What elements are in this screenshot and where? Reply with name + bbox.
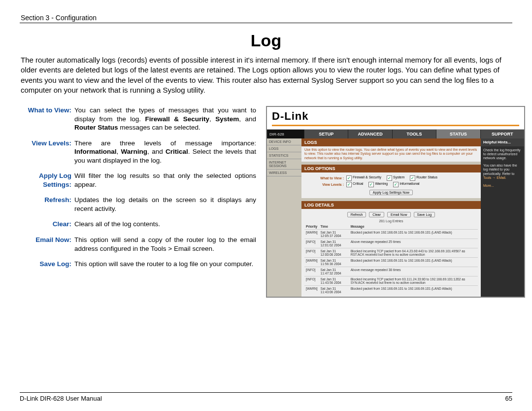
brand-logo: D-Link <box>272 110 308 122</box>
checkbox-label: Warning <box>375 182 388 187</box>
checkbox-label: Critical <box>353 182 363 187</box>
definition-list: What to View:You can select the types of… <box>20 106 256 269</box>
section-header: Section 3 - Configuration <box>21 14 512 22</box>
footer-page-number: 65 <box>505 395 512 402</box>
def-term: Clear: <box>20 220 71 229</box>
intro-paragraph: The router automatically logs (records) … <box>21 55 511 95</box>
checkbox[interactable]: ✓ <box>346 175 352 181</box>
def-desc: Updates the log details on the screen so… <box>74 196 256 213</box>
def-term: Save Log: <box>20 260 71 269</box>
sidebar-item[interactable]: LOGS <box>267 145 301 152</box>
nav-tab-advanced[interactable]: ADVANCED <box>348 130 392 138</box>
table-row: [INFO]Sat Jan 31 11:47:32 2004Above mess… <box>304 267 478 276</box>
def-desc: This option will send a copy of the rout… <box>74 236 256 253</box>
top-rule <box>20 23 512 23</box>
checkbox[interactable]: ✓ <box>410 175 415 181</box>
def-desc: Will filter the log results so that only… <box>74 171 256 189</box>
def-desc: You can select the types of messages tha… <box>74 106 256 132</box>
checkbox-label: Firewall & Security <box>353 175 381 181</box>
main-panel: LOGS Use this option to view the router … <box>301 138 481 297</box>
col-header: Message <box>349 224 478 230</box>
hints-header: Helpful Hints... <box>481 138 524 146</box>
col-header: Time <box>319 224 349 230</box>
log-options-body: What to View : ✓Firewall & Security✓Syst… <box>301 172 481 198</box>
page-footer: D-Link DIR-628 User Manual 65 <box>20 392 512 402</box>
table-row: [WARN]Sat Jan 31 11:56:36 2004Blocked pa… <box>304 258 478 267</box>
def-term: Email Now: <box>20 236 71 253</box>
save-log-button[interactable]: Save Log <box>414 212 435 217</box>
what-to-view-label: What to View : <box>304 176 344 180</box>
page-title: Log <box>20 31 512 50</box>
table-row: [WARN]Sat Jan 31 11:43:06 2004Blocked pa… <box>304 286 478 295</box>
def-desc: Clears all of the log contents. <box>74 220 256 229</box>
hints-text-2: You can also have the log mailed to you … <box>483 164 517 175</box>
def-desc: There are three levels of message import… <box>74 139 256 165</box>
checkbox[interactable]: ✓ <box>368 182 374 187</box>
def-term: What to View: <box>20 106 71 132</box>
log-table: PriorityTimeMessage [WARN]Sat Jan 31 12:… <box>304 224 478 295</box>
checkbox-label: System <box>393 175 404 181</box>
nav-row: DIR-628 SETUPADVANCEDTOOLSSTATUSSUPPORT <box>267 130 524 138</box>
table-row: [INFO]Sat Jan 31 12:00:08 2004Blocked in… <box>304 248 478 258</box>
clear-button[interactable]: Clear <box>369 212 384 217</box>
def-desc: This option will save the router to a lo… <box>74 260 256 269</box>
hints-more-link[interactable]: More... <box>483 184 522 188</box>
log-count: 281 Log Entries <box>304 219 478 223</box>
def-term: Refresh: <box>20 196 71 213</box>
checkbox-label: Informational <box>399 182 419 187</box>
logs-header: LOGS <box>301 138 481 146</box>
nav-tab-support[interactable]: SUPPORT <box>480 130 524 138</box>
hints-panel: Helpful Hints... Check the log frequentl… <box>481 138 524 297</box>
apply-log-settings-button[interactable]: Apply Log Settings Now <box>369 190 413 195</box>
checkbox[interactable]: ✓ <box>393 182 399 187</box>
sidebar-item[interactable]: DEVICE INFO <box>267 138 301 145</box>
nav-tab-status[interactable]: STATUS <box>436 130 480 138</box>
checkbox[interactable]: ✓ <box>346 182 352 187</box>
refresh-button[interactable]: Refresh <box>347 212 366 217</box>
log-details-body: RefreshClearEmail NowSave Log 281 Log En… <box>301 209 481 297</box>
email-now-button[interactable]: Email Now <box>387 212 410 217</box>
def-term: Apply Log Settings: <box>20 171 71 189</box>
table-row: [WARN]Sat Jan 31 12:05:37 2004Blocked pa… <box>304 230 478 239</box>
def-term: View Levels: <box>20 139 71 165</box>
checkbox-label: Router Status <box>416 175 437 181</box>
log-options-header: LOG OPTIONS <box>301 165 481 172</box>
router-screenshot: D-Link DIR-628 SETUPADVANCEDTOOLSSTATUSS… <box>266 106 525 298</box>
brand-bar: D-Link <box>267 107 524 130</box>
table-row: [INFO]Sat Jan 31 12:01:02 2004Above mess… <box>304 239 478 248</box>
nav-tab-tools[interactable]: TOOLS <box>392 130 436 138</box>
table-row: [INFO]Sat Jan 31 11:43:56 2004Blocked in… <box>304 276 478 286</box>
hints-text-1: Check the log frequently to detect unaut… <box>483 148 522 161</box>
col-header: Priority <box>304 224 319 230</box>
view-levels-label: View Levels : <box>304 183 344 186</box>
model-label: DIR-628 <box>267 130 304 138</box>
sidebar: DEVICE INFOLOGSSTATISTICSINTERNET SESSIO… <box>267 138 301 297</box>
sidebar-item[interactable]: STATISTICS <box>267 152 301 159</box>
footer-left: D-Link DIR-628 User Manual <box>20 395 102 402</box>
checkbox[interactable]: ✓ <box>387 175 392 181</box>
sidebar-item[interactable]: WIRELESS <box>267 170 301 176</box>
nav-tab-setup[interactable]: SETUP <box>304 130 348 138</box>
logs-description: Use this option to view the router logs.… <box>301 146 481 162</box>
hints-link[interactable]: Tools → EMail. <box>483 176 506 179</box>
log-details-header: LOG DETAILS <box>301 201 481 209</box>
sidebar-item[interactable]: INTERNET SESSIONS <box>267 159 301 170</box>
